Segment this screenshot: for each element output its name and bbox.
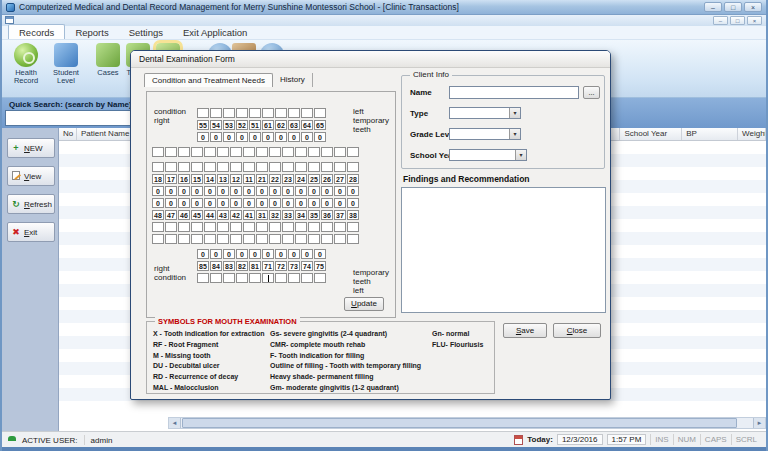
tooth-input-cell[interactable]: 0 (301, 132, 313, 142)
tooth-input-cell[interactable] (282, 222, 294, 232)
tooth-input-cell[interactable] (152, 147, 164, 157)
tooth-input-cell[interactable]: 0 (230, 198, 242, 208)
tooth-input-cell[interactable] (249, 273, 261, 283)
tooth-input-cell[interactable] (178, 234, 190, 244)
tooth-input-cell[interactable] (347, 162, 359, 172)
school-year-select[interactable]: ▾ (449, 149, 527, 161)
tooth-input-cell[interactable]: 0 (308, 186, 320, 196)
tooth-input-cell[interactable] (230, 162, 242, 172)
tooth-input-cell[interactable]: 0 (256, 198, 268, 208)
tooth-input-cell[interactable] (308, 147, 320, 157)
tooth-input-cell[interactable] (204, 234, 216, 244)
tooth-input-cell[interactable]: 0 (262, 132, 274, 142)
tooth-input-cell[interactable]: 0 (314, 249, 326, 259)
tooth-input-cell[interactable]: 0 (243, 198, 255, 208)
tooth-input-cell[interactable] (334, 147, 346, 157)
tooth-input-cell[interactable] (165, 162, 177, 172)
tooth-input-cell[interactable] (347, 222, 359, 232)
tooth-input-cell[interactable] (152, 234, 164, 244)
tooth-input-cell[interactable] (210, 273, 222, 283)
table-header-cell[interactable]: School Year (620, 128, 682, 140)
tooth-input-cell[interactable]: 0 (191, 198, 203, 208)
tooth-input-cell[interactable] (249, 108, 261, 118)
tooth-input-cell[interactable] (347, 234, 359, 244)
dialog-tab[interactable]: Condition and Treatment Needs (144, 73, 273, 87)
tooth-input-cell[interactable]: 0 (191, 186, 203, 196)
tooth-input-cell[interactable] (178, 222, 190, 232)
tooth-input-cell[interactable]: 0 (308, 198, 320, 208)
horizontal-scrollbar[interactable]: ◄ ► (168, 417, 766, 429)
save-button[interactable]: Save (503, 323, 547, 338)
tooth-input-cell[interactable] (243, 162, 255, 172)
tooth-input-cell[interactable]: 0 (269, 186, 281, 196)
tooth-input-cell[interactable] (243, 222, 255, 232)
tooth-input-cell[interactable]: 0 (321, 186, 333, 196)
tooth-input-cell[interactable]: 0 (334, 198, 346, 208)
browse-button[interactable]: ... (583, 86, 600, 99)
tooth-input-cell[interactable] (282, 234, 294, 244)
tooth-input-cell[interactable]: 0 (282, 186, 294, 196)
minimize-button[interactable]: – (704, 2, 722, 12)
menu-item[interactable]: Settings (119, 25, 173, 39)
tooth-input-cell[interactable]: 0 (217, 198, 229, 208)
tooth-input-cell[interactable]: 0 (210, 132, 222, 142)
tooth-input-cell[interactable] (334, 222, 346, 232)
tooth-input-cell[interactable] (204, 162, 216, 172)
tooth-input-cell[interactable] (210, 108, 222, 118)
new-button[interactable]: + NEW (7, 138, 55, 158)
tooth-input-cell[interactable] (347, 147, 359, 157)
tooth-input-cell[interactable]: 0 (230, 186, 242, 196)
tooth-input-cell[interactable] (262, 108, 274, 118)
tooth-input-cell[interactable] (275, 273, 287, 283)
tooth-input-cell[interactable] (308, 162, 320, 172)
tooth-input-cell[interactable] (165, 222, 177, 232)
maximize-button[interactable]: □ (724, 2, 742, 12)
tooth-input-cell[interactable] (204, 147, 216, 157)
tooth-input-cell[interactable]: 0 (204, 186, 216, 196)
findings-textarea[interactable] (401, 187, 606, 313)
tooth-input-cell[interactable]: 0 (178, 198, 190, 208)
tooth-input-cell[interactable] (191, 234, 203, 244)
tooth-input-cell[interactable]: 0 (236, 249, 248, 259)
tooth-input-cell[interactable] (191, 147, 203, 157)
tooth-input-cell[interactable] (256, 234, 268, 244)
close-button[interactable]: × (744, 2, 762, 12)
tooth-input-cell[interactable] (308, 234, 320, 244)
tooth-input-cell[interactable]: 0 (282, 198, 294, 208)
tooth-input-cell[interactable] (321, 234, 333, 244)
tooth-input-cell[interactable]: 0 (295, 198, 307, 208)
dialog-tab[interactable]: History (273, 73, 313, 87)
tooth-input-cell[interactable]: 0 (321, 198, 333, 208)
tooth-input-cell[interactable]: 0 (197, 132, 209, 142)
tooth-input-cell[interactable]: 0 (275, 132, 287, 142)
tooth-input-cell[interactable] (223, 273, 235, 283)
tooth-input-cell[interactable] (236, 108, 248, 118)
tooth-input-cell[interactable]: 0 (347, 198, 359, 208)
tooth-input-cell[interactable]: 0 (197, 249, 209, 259)
tooth-input-cell[interactable] (197, 273, 209, 283)
refresh-button[interactable]: ↻ Refresh (7, 194, 55, 214)
child-close-button[interactable]: × (747, 16, 762, 25)
tooth-input-cell[interactable] (256, 147, 268, 157)
tooth-input-cell[interactable] (275, 108, 287, 118)
tooth-input-cell[interactable] (178, 147, 190, 157)
chevron-down-icon[interactable]: ▾ (509, 129, 520, 139)
tooth-input-cell[interactable] (217, 147, 229, 157)
tooth-input-cell[interactable] (230, 147, 242, 157)
tooth-input-cell[interactable]: 0 (152, 186, 164, 196)
tooth-input-cell[interactable] (308, 222, 320, 232)
tooth-input-cell[interactable] (301, 108, 313, 118)
tooth-input-cell[interactable] (178, 162, 190, 172)
view-button[interactable]: View (7, 166, 55, 186)
chevron-down-icon[interactable]: ▾ (509, 108, 520, 118)
tooth-input-cell[interactable] (282, 162, 294, 172)
close-dialog-button[interactable]: Close (553, 323, 601, 338)
tooth-input-cell[interactable] (217, 222, 229, 232)
tooth-input-cell[interactable] (314, 108, 326, 118)
chevron-down-icon[interactable]: ▾ (515, 150, 526, 160)
tooth-input-cell[interactable] (152, 222, 164, 232)
tooth-input-cell[interactable] (295, 222, 307, 232)
type-select[interactable]: ▾ (449, 107, 521, 119)
tooth-input-cell[interactable] (191, 222, 203, 232)
tooth-input-cell[interactable]: 0 (262, 249, 274, 259)
